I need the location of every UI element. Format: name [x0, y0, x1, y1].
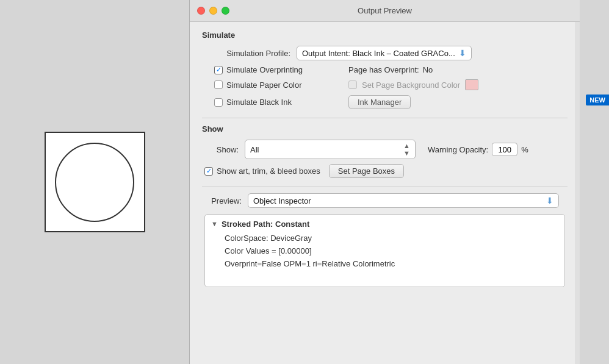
show-dropdown-row: Show: All ▲ ▼ Warning Opacity: 100 %	[202, 140, 568, 159]
inspector-title: Stroked Path: Constant	[222, 219, 309, 229]
set-bg-color-section: Set Page Background Color	[348, 79, 478, 90]
simulate-paper-color-label: Simulate Paper Color	[226, 80, 302, 90]
preview-box	[45, 132, 145, 232]
simulate-overprinting-label: Simulate Overprinting	[226, 65, 303, 74]
minimize-button[interactable]	[209, 7, 217, 15]
simulate-paper-color-checkbox[interactable]	[214, 80, 223, 89]
simulate-section-label: Simulate	[202, 30, 568, 40]
inspector-line-1: ColorSpace: DeviceGray	[225, 232, 558, 245]
set-bg-color-label: Set Page Background Color	[362, 80, 460, 90]
output-preview-panel: Output Preview Simulate Simulation Profi…	[189, 0, 580, 364]
simulation-profile-value: Output Intent: Black Ink – Coated GRACo.…	[302, 49, 455, 58]
simulate-paper-color-checkbox-area: Simulate Paper Color	[214, 80, 348, 90]
inspector-panel: ▼ Stroked Path: Constant ColorSpace: Dev…	[204, 214, 565, 287]
window-controls	[197, 7, 229, 15]
close-button[interactable]	[197, 7, 205, 15]
inspector-line-3: Overprint=False OPM=1 ri=Relative Colori…	[225, 258, 558, 271]
preview-row: Preview: Object Inspector ⬇	[202, 193, 568, 208]
panel-content: Simulate Simulation Profile: Output Inte…	[190, 22, 580, 296]
maximize-button[interactable]	[222, 7, 229, 15]
section-divider-2	[202, 187, 568, 187]
simulate-black-ink-row: Simulate Black Ink Ink Manager	[202, 95, 568, 109]
simulation-profile-label: Simulation Profile:	[202, 49, 290, 58]
show-dropdown[interactable]: All ▲ ▼	[245, 140, 416, 159]
warning-opacity-section: Warning Opacity: 100 %	[428, 143, 528, 156]
show-section-label: Show	[202, 124, 568, 134]
preview-dropdown[interactable]: Object Inspector ⬇	[248, 193, 559, 208]
inspector-body: ColorSpace: DeviceGray Color Values = [0…	[211, 232, 558, 270]
preview-dropdown-arrow-icon: ⬇	[546, 196, 553, 205]
show-art-trim-checkbox[interactable]	[204, 167, 213, 176]
inspector-line-2: Color Values = [0.00000]	[225, 245, 558, 258]
section-divider	[202, 118, 568, 118]
show-label: Show:	[202, 145, 239, 154]
page-has-overprint-value: No	[423, 65, 433, 74]
simulate-black-ink-label: Simulate Black Ink	[226, 98, 292, 107]
simulation-profile-dropdown[interactable]: Output Intent: Black Ink – Coated GRACo.…	[297, 46, 472, 60]
preview-label: Preview:	[202, 196, 242, 205]
simulate-overprinting-checkbox-area: Simulate Overprinting	[214, 65, 348, 74]
set-page-boxes-button[interactable]: Set Page Boxes	[329, 164, 404, 178]
pct-label: %	[521, 145, 528, 154]
simulate-paper-color-row: Simulate Paper Color Set Page Background…	[202, 79, 568, 90]
preview-dropdown-value: Object Inspector	[253, 196, 546, 205]
show-dropdown-value: All	[250, 145, 403, 154]
simulate-overprinting-checkbox[interactable]	[214, 66, 223, 74]
panel-scrollbar[interactable]	[575, 22, 580, 364]
simulate-overprinting-row: Simulate Overprinting Page has Overprint…	[202, 65, 568, 74]
set-bg-color-checkbox[interactable]	[348, 80, 357, 89]
page-has-overprint-section: Page has Overprint: No	[348, 65, 433, 74]
ink-manager-button[interactable]: Ink Manager	[348, 95, 411, 109]
simulate-black-ink-checkbox[interactable]	[214, 98, 223, 107]
show-art-trim-label: Show art, trim, & bleed boxes	[217, 166, 320, 176]
window-title: Output Preview	[358, 6, 412, 15]
simulation-profile-row: Simulation Profile: Output Intent: Black…	[202, 46, 568, 60]
show-art-trim-row: Show art, trim, & bleed boxes Set Page B…	[202, 164, 568, 178]
page-has-overprint-label: Page has Overprint:	[348, 65, 419, 74]
preview-circle	[55, 143, 134, 222]
inspector-header: ▼ Stroked Path: Constant	[211, 219, 558, 229]
dropdown-arrow-icon: ⬇	[459, 48, 466, 58]
warning-opacity-label: Warning Opacity:	[428, 145, 488, 154]
bg-color-swatch[interactable]	[465, 79, 478, 90]
titlebar: Output Preview	[190, 0, 580, 22]
new-badge: NEW	[586, 95, 609, 105]
canvas-area	[0, 0, 189, 364]
collapse-arrow-icon[interactable]: ▼	[211, 220, 218, 227]
warning-opacity-input[interactable]: 100	[492, 143, 517, 156]
simulate-black-ink-checkbox-area: Simulate Black Ink	[214, 98, 348, 107]
show-dropdown-arrows-icon: ▲ ▼	[403, 142, 410, 157]
